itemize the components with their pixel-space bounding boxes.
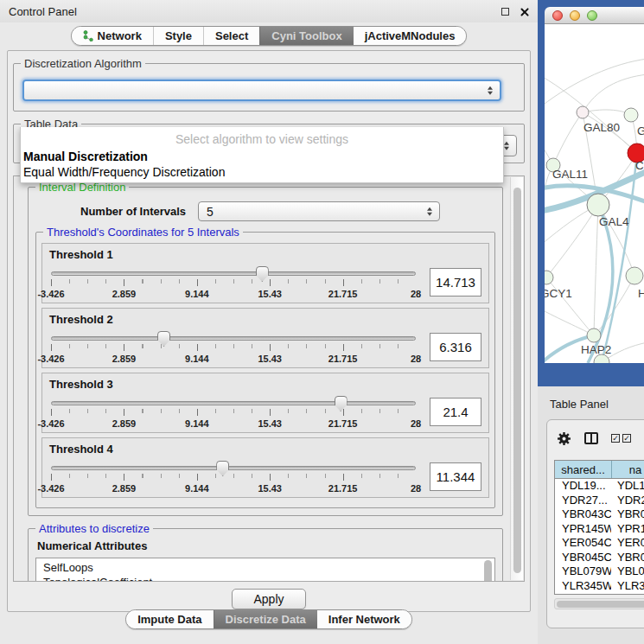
tick-label: 9.144 [185,418,209,429]
threshold-value-field[interactable]: 14.713 [430,268,481,296]
table-row[interactable]: YDL19... YDL1 [555,479,644,494]
algorithm-combobox[interactable] [22,80,501,101]
threshold-slider[interactable]: -3.426 2.859 9.144 15.43 21.715 28 [49,460,418,498]
attributes-list-scrollbar[interactable] [484,560,493,582]
settings-vertical-scrollbar[interactable] [510,177,523,580]
threshold-panel: Threshold 4 -3.426 2.859 [41,437,489,498]
slider-ticks [51,474,416,478]
columns-icon[interactable] [584,432,598,444]
threshold-panel: Threshold 1 -3.426 2.859 [41,243,489,303]
close-traffic-icon[interactable] [552,10,563,21]
node-label-gal4: GAL4 [599,215,629,228]
table-row[interactable]: YPR145W YPR1 [555,522,644,537]
slider-track[interactable] [51,466,416,470]
table-row[interactable]: YBR043C YBR0 [555,507,644,522]
network-view-window[interactable]: GAL80 GA GAL11 C GAL4 GCY1 H HAP2 [538,0,644,386]
checkbox-icon: ✓ [611,434,620,443]
tab-network[interactable]: Network [72,27,153,45]
threshold-label: Threshold 2 [49,313,481,326]
table-horizontal-scrollbar[interactable] [554,598,644,609]
number-of-intervals-combobox[interactable]: 5 [198,201,440,221]
node-unnamed-top-right[interactable] [624,108,638,122]
tab-infer-network[interactable]: Infer Network [317,610,411,628]
tab-select[interactable]: Select [203,27,259,45]
network-graph[interactable]: GAL80 GA GAL11 C GAL4 GCY1 H HAP2 [545,24,644,363]
slider-ticks [51,344,416,348]
attributes-scrollbar-thumb[interactable] [484,560,492,582]
column-header-shared-name[interactable]: shared... [555,461,612,478]
number-of-intervals-label: Number of Intervals [80,205,186,218]
tick-label: 21.715 [328,483,358,494]
algorithm-option-equal-width[interactable]: Equal Width/Frequency Discretization [21,164,503,180]
cell-name: YER0 [612,536,644,551]
tick-label: 21.715 [328,354,358,364]
float-window-icon[interactable] [501,8,509,16]
table-row[interactable]: YBL079W YBL0 [555,564,644,579]
network-canvas[interactable]: GAL80 GA GAL11 C GAL4 GCY1 H HAP2 [545,24,644,363]
table-row[interactable]: YLR345W YLR3 [555,579,644,594]
slider-track[interactable] [51,336,416,341]
threshold-slider[interactable]: -3.426 2.859 9.144 15.43 21.715 28 [49,395,418,433]
table-row[interactable]: YIL052C YIL0 [555,593,644,595]
node-gcy1[interactable] [545,271,553,284]
node-label-partial-top: GA [637,124,644,137]
control-panel-window: Control Panel Network Style Select [0,0,538,644]
table-hscrollbar-thumb[interactable] [557,601,644,608]
tick-label: 2.859 [112,418,137,429]
cell-shared-name: YBR043C [555,507,612,522]
threshold-slider[interactable]: -3.426 2.859 9.144 15.43 21.715 28 [49,265,418,303]
threshold-label: Threshold 4 [49,443,481,456]
tick-label: 28 [411,289,421,299]
cyni-toolbox-panel: Discretization Algorithm Select algorith… [7,50,531,612]
tab-discretize-data[interactable]: Discretize Data [214,610,317,628]
threshold-value-field[interactable]: 6.316 [430,333,481,361]
apply-row: Apply [8,589,530,609]
table-header-row: shared... na [555,461,644,479]
threshold-slider-row: -3.426 2.859 9.144 15.43 21.715 28 [49,460,481,498]
table-row[interactable]: YER054C YER0 [555,536,644,551]
algorithm-placeholder-option[interactable]: Select algorithm to view settings [21,127,503,149]
node-hap2[interactable] [587,328,601,342]
table-row[interactable]: YBR045C YBR0 [555,551,644,565]
bottom-tab-pill: Impute Data Discretize Data Infer Networ… [125,609,412,629]
cell-name: YIL0 [612,593,644,595]
node-right-mid[interactable] [626,267,643,284]
table-row[interactable]: YDR27... YDR2 [555,494,644,508]
thresholds-group: Threshold's Coordinates for 5 Intervals … [35,232,495,508]
cell-name: YLR3 [612,579,644,594]
apply-button[interactable]: Apply [232,589,305,609]
number-of-intervals-value: 5 [207,205,214,219]
node-gal80[interactable] [577,106,589,118]
settings-scrollbar-thumb[interactable] [513,188,521,573]
node-gal4[interactable] [587,194,609,216]
threshold-value-field[interactable]: 11.344 [430,462,481,491]
column-header-name[interactable]: na [612,461,644,478]
attribute-list-item[interactable]: SelfLoops [43,560,481,575]
algorithm-option-manual[interactable]: Manual Discretization [21,149,503,164]
gear-icon[interactable] [557,431,571,446]
tick-label: 21.715 [328,289,358,299]
threshold-value-field[interactable]: 21.4 [430,398,481,426]
zoom-traffic-icon[interactable] [587,10,597,21]
bottom-tabbar: Impute Data Discretize Data Infer Networ… [0,609,538,629]
cell-shared-name: YDL19... [555,479,612,494]
select-columns-icon[interactable]: ✓ ✓ [611,434,631,443]
cell-name: YDL1 [612,479,644,494]
slider-track[interactable] [51,401,416,405]
tick-label: 28 [411,354,421,364]
table-body: YDL19... YDL1 YDR27... YDR2 YBR043C YBR0 [555,479,644,595]
tab-style[interactable]: Style [153,27,203,45]
cell-name: YBL0 [612,564,644,579]
attribute-list-item[interactable]: TopologicalCoefficient [43,575,481,582]
threshold-slider[interactable]: -3.426 2.859 9.144 15.43 21.715 28 [49,330,418,368]
tab-jactivemnodules[interactable]: jActiveMNodules [354,27,467,45]
tab-jactivemnodules-label: jActiveMNodules [365,29,456,42]
cell-shared-name: YER054C [555,536,612,551]
close-icon[interactable] [520,7,529,16]
slider-track[interactable] [51,271,416,276]
tab-impute-data[interactable]: Impute Data [126,610,213,628]
tab-cyni-toolbox[interactable]: Cyni Toolbox [259,27,353,45]
discretization-algorithm-group: Discretization Algorithm [13,63,525,112]
cell-shared-name: YIL052C [555,593,612,595]
minimize-traffic-icon[interactable] [570,10,580,21]
